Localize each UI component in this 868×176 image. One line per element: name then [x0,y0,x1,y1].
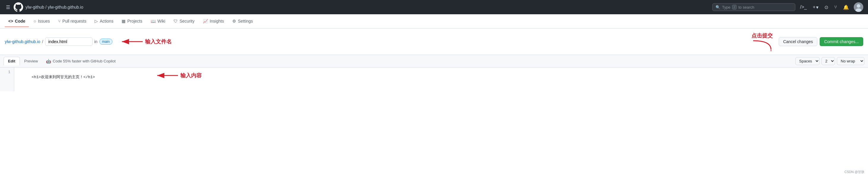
settings-icon: ⚙ [232,19,236,24]
file-header: ylw-github.github.io / in main 输入文件名 [0,28,868,55]
code-line-1: <h1>欢迎来到阿甘兄的主页！</h1> [32,75,95,79]
avatar-image [854,2,863,12]
editor-toolbar: Edit Preview 🤖 Code 55% faster with GitH… [0,55,868,68]
line-numbers: 1 [0,68,14,91]
tab-code[interactable]: <> Code [5,16,29,27]
repo-navigation: <> Code ○ Issues ⑂ Pull requests ▷ Actio… [0,14,868,28]
issues-icon: ○ [33,19,36,24]
search-shortcut: / [732,5,737,9]
tab-pullrequests-label: Pull requests [62,19,86,24]
fork-icon: ⑂ [834,4,837,10]
commit-annotation-text: 点击提交 [751,32,773,39]
tab-projects[interactable]: ▦ Projects [118,16,146,27]
search-bar[interactable]: 🔍 Type / to search [712,3,795,11]
breadcrumb-user[interactable]: ylw-github [26,5,44,9]
content-annotation: 输入内容 [154,71,202,80]
file-path-section: ylw-github.github.io / in main 输入文件名 [5,37,748,46]
search-suffix: to search [738,5,754,9]
insights-icon: 📈 [203,19,208,24]
tab-settings[interactable]: ⚙ Settings [229,16,257,27]
filename-annotation: 输入文件名 [119,37,172,46]
tab-actions[interactable]: ▷ Actions [91,16,117,27]
tab-issues-label: Issues [38,19,50,24]
hamburger-menu[interactable]: ☰ [5,3,11,11]
tab-security[interactable]: 🛡 Security [170,16,198,27]
github-logo [13,2,23,12]
notification-button[interactable]: 🔔 [842,3,850,11]
tab-issues[interactable]: ○ Issues [30,16,53,27]
gamepad-button[interactable]: ⊙ [823,3,830,11]
tab-security-label: Security [180,19,195,24]
projects-icon: ▦ [122,19,125,24]
security-icon: 🛡 [174,19,178,24]
filename-input[interactable] [45,37,93,46]
tab-insights[interactable]: 📈 Insights [199,16,227,27]
terminal-icon: />_ [800,4,807,10]
tab-settings-label: Settings [238,19,253,24]
pullrequest-icon: ⑂ [58,19,61,24]
content-annotation-text: 输入内容 [180,72,202,79]
chevron-down-icon: ▾ [816,4,818,10]
tab-wiki[interactable]: 📖 Wiki [147,16,169,27]
cancel-changes-button[interactable]: Cancel changes [779,37,817,46]
add-button[interactable]: + ▾ [812,3,819,11]
search-icon: 🔍 [715,5,720,9]
in-label: in [94,39,98,44]
search-prefix: Type [722,5,731,9]
repo-link[interactable]: ylw-github.github.io [5,39,40,44]
tab-pullrequests[interactable]: ⑂ Pull requests [55,16,90,27]
editor-toolbar-right: Spaces 2 4 No wrap Soft wrap [795,57,864,65]
filename-annotation-text: 输入文件名 [145,38,172,45]
plus-icon: + [813,4,815,10]
tab-code-label: Code [15,19,25,24]
tab-insights-label: Insights [210,19,224,24]
wrap-select[interactable]: No wrap Soft wrap [837,57,864,65]
actions-icon: ▷ [95,19,98,24]
wiki-icon: 📖 [151,19,156,24]
top-nav-center: 🔍 Type / to search [712,3,795,11]
spaces-select[interactable]: Spaces [795,57,819,65]
svg-point-1 [857,4,860,8]
gamepad-icon: ⊙ [825,4,828,10]
fork-button[interactable]: ⑂ [833,3,838,11]
avatar[interactable] [854,2,863,12]
commit-changes-button[interactable]: Commit changes... [819,37,863,46]
top-nav-left: ☰ ylw-github / ylw-github.github.io [5,2,709,12]
content-arrow-icon [154,71,178,80]
path-separator: / [42,39,43,44]
code-editor[interactable]: <h1>欢迎来到阿甘兄的主页！</h1> [14,68,868,91]
top-navigation: ☰ ylw-github / ylw-github.github.io 🔍 Ty… [0,0,868,14]
commit-annotation: 点击提交 [750,32,774,51]
breadcrumb: ylw-github / ylw-github.github.io [26,5,83,9]
copilot-icon: 🤖 [46,59,51,64]
tab-edit[interactable]: Edit [4,57,20,66]
branch-badge: main [99,39,113,45]
code-icon: <> [8,19,13,24]
hamburger-icon: ☰ [6,4,10,10]
arrow-left-icon [119,37,143,46]
indent-select[interactable]: 2 4 [822,57,835,65]
breadcrumb-repo[interactable]: ylw-github.github.io [48,5,83,9]
editor-content: 1 <h1>欢迎来到阿甘兄的主页！</h1> 输入内容 [0,68,868,91]
tab-preview[interactable]: Preview [20,57,42,66]
line-number-1: 1 [4,70,10,74]
file-actions: Cancel changes Commit changes... [779,37,863,46]
terminal-button[interactable]: />_ [799,3,808,11]
top-nav-right: />_ + ▾ ⊙ ⑂ 🔔 [799,2,863,12]
tab-projects-label: Projects [127,19,143,24]
copilot-hint: 🤖 Code 55% faster with GitHub Copilot [46,59,116,64]
copilot-text: Code 55% faster with GitHub Copilot [53,59,116,63]
arrow-down-right-icon [750,39,774,51]
bell-icon: 🔔 [843,4,849,10]
tab-wiki-label: Wiki [157,19,165,24]
breadcrumb-sep: / [45,5,46,9]
tab-actions-label: Actions [100,19,113,24]
